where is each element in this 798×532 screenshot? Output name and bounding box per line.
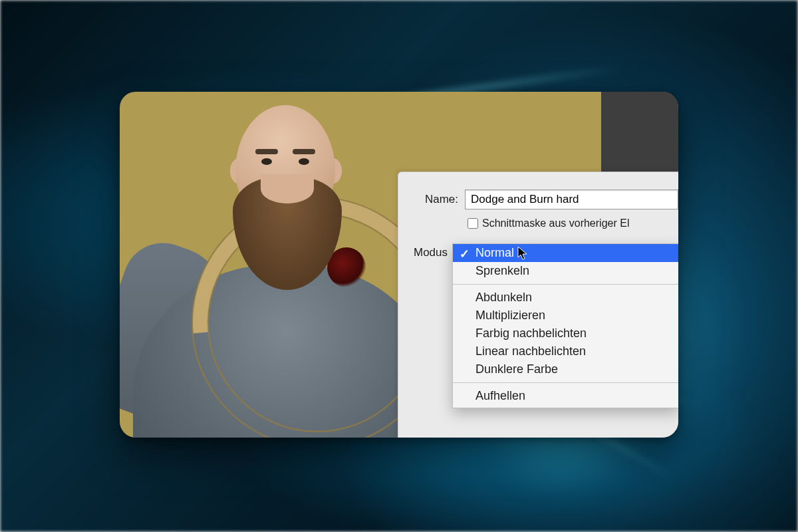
modus-field-label: Modus	[414, 246, 448, 259]
name-field-label: Name:	[398, 193, 465, 206]
modus-option-label: Aufhellen	[475, 389, 525, 402]
modus-option-label: Abdunkeln	[475, 291, 532, 304]
modus-option[interactable]: Sprenkeln	[453, 262, 678, 280]
screenshot-card: Name: Schnittmaske aus vorheriger El Mod…	[120, 92, 678, 438]
modus-option[interactable]: Multiplizieren	[453, 307, 678, 325]
menu-separator	[453, 382, 678, 383]
menu-separator	[453, 284, 678, 285]
modus-option-label: Farbig nachbelichten	[475, 327, 587, 340]
modus-option[interactable]: Abdunkeln	[453, 289, 678, 307]
modus-option-label: Dunklere Farbe	[475, 362, 558, 376]
modus-option-label: Multiplizieren	[475, 309, 545, 322]
modus-dropdown-menu[interactable]: ✓NormalSprenkelnAbdunkelnMultiplizierenF…	[452, 243, 678, 408]
portrait-subject	[120, 92, 439, 438]
modus-option[interactable]: Linear nachbelichten	[453, 342, 678, 360]
check-icon: ✓	[460, 247, 469, 261]
modus-option[interactable]: Dunklere Farbe	[453, 360, 678, 378]
app-canvas-dark-corner	[601, 92, 678, 174]
modus-option-label: Normal	[475, 246, 514, 259]
modus-option[interactable]: Farbig nachbelichten	[453, 325, 678, 342]
clipping-mask-checkbox[interactable]	[467, 218, 478, 229]
clipping-mask-label: Schnittmaske aus vorheriger El	[482, 217, 629, 229]
modus-option[interactable]: ✓Normal	[453, 244, 678, 262]
modus-option[interactable]: Aufhellen	[453, 387, 678, 405]
modus-option-label: Linear nachbelichten	[475, 344, 586, 358]
modus-option-label: Sprenkeln	[475, 264, 529, 277]
layer-name-input[interactable]	[465, 190, 678, 209]
clipping-mask-checkbox-row[interactable]: Schnittmaske aus vorheriger El	[465, 216, 678, 231]
